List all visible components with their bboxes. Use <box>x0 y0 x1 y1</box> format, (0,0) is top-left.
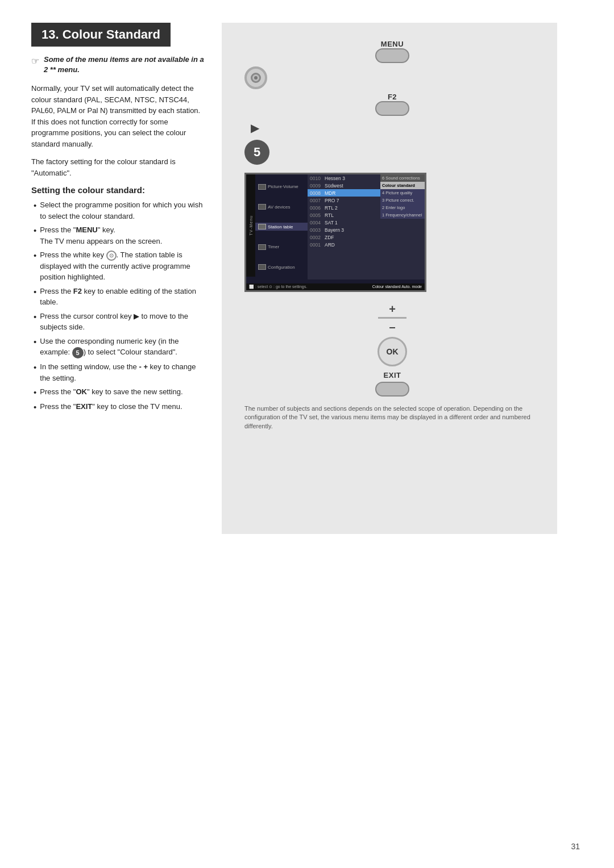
right-column: MENU F2 ▶ <box>222 23 557 534</box>
bullet-item-9: Press the "EXIT" key to close the TV men… <box>31 401 205 413</box>
bullet-item-5: Press the cursor control key ▶ to move t… <box>31 311 205 333</box>
bullet-item-7: In the setting window, use the - + key t… <box>31 361 205 383</box>
ch-0001: 0001ARD <box>308 241 380 248</box>
body-paragraph-2: The factory setting for the colour stand… <box>31 156 205 178</box>
tv-menu-vertical-label: TV-Menu <box>246 174 255 277</box>
bullet-text-5: Press the cursor control key ▶ to move t… <box>40 311 205 333</box>
ok-button[interactable]: OK <box>377 337 407 366</box>
bullet-item-8: Press the "OK" key to save the new setti… <box>31 386 205 398</box>
bullet-text-1: Select the programme position for which … <box>40 199 205 222</box>
bullet-item-3: Press the white key ⊙. The station table… <box>31 249 205 283</box>
tv-screenshot: ★★★ TV-Menu Picture·Volume <box>244 173 426 292</box>
f2-button[interactable] <box>375 101 409 116</box>
ch-0005: 0005RTL <box>308 211 380 219</box>
submenu-freq: 1 Frequency/channel <box>380 211 426 219</box>
note-icon: ☞ <box>31 56 39 66</box>
play-arrow-icon: ▶ <box>244 119 265 136</box>
ch-0003: 0003Bayern 3 <box>308 226 380 233</box>
section-number: 13 <box>42 27 55 41</box>
tv-screenshot-wrapper: ★★★ TV-Menu Picture·Volume <box>244 173 540 292</box>
target-circle-icon <box>244 66 267 89</box>
ch-0008: 0008MDR <box>308 189 380 197</box>
submenu-picture-c: 3 Picture correct. <box>380 197 426 204</box>
controls-row: + – OK EXIT <box>244 303 540 397</box>
exit-section: EXIT <box>375 371 409 397</box>
f2-label: F2 <box>388 93 397 101</box>
bullet-text-9: Press the "EXIT" key to close the TV men… <box>40 401 182 412</box>
tv-bottom-right: Colour standard Auto. mode <box>372 285 422 289</box>
tv-bottom-bar: ⬜ : select ⊙ : go to the settings. Colou… <box>246 283 425 290</box>
f2-button-row: F2 <box>375 93 409 116</box>
side-menu-av-devices: AV devices <box>255 203 308 211</box>
plus-label: + <box>389 303 396 315</box>
section-title: 13. Colour Standard <box>31 23 171 47</box>
ch-0002: 0002ZDF <box>308 233 380 241</box>
submenu-sound: 6 Sound corrections <box>380 174 426 182</box>
ch-0010: 0010Hessen 3 <box>308 174 380 182</box>
side-menu-picture-volume: Picture·Volume <box>255 183 308 191</box>
submenu-enter-logo: 2 Enter logo <box>380 204 426 211</box>
bullet-item-1: Select the programme position for which … <box>31 199 205 222</box>
channel-list-area: 0010Hessen 3 0009Südwest 0008MDR 0007PRO… <box>308 174 380 279</box>
page-number: 31 <box>571 842 580 851</box>
bullet-text-4: Press the F2 key to enable editing of th… <box>40 286 205 308</box>
ch-0006: 0006RTL 2 <box>308 204 380 211</box>
bullet-text-7: In the setting window, use the - + key t… <box>40 361 205 383</box>
bullet-list: Select the programme position for which … <box>31 199 205 413</box>
circle-num-row: 5 <box>244 140 269 165</box>
target-icon-row <box>244 66 267 89</box>
step-number-text: 5 <box>254 145 260 160</box>
main-layout: 13. Colour Standard ☞ Some of the menu i… <box>0 23 614 534</box>
side-menu-configuration: Configuration <box>255 263 308 271</box>
bullet-text-6: Use the corresponding numeric key (in th… <box>40 336 205 358</box>
side-menu-station-table: Station table <box>255 223 308 231</box>
plus-minus-section: + – <box>378 303 406 332</box>
ok-label: OK <box>387 347 399 356</box>
ch-0009: 0009Südwest <box>308 182 380 189</box>
submenu-colour: Colour standard <box>380 182 426 189</box>
separator-line <box>378 317 406 319</box>
submenu-picture-q: 4 Picture quality <box>380 189 426 197</box>
right-submenu-area: 6 Sound corrections Colour standard 4 Pi… <box>380 174 426 279</box>
exit-label: EXIT <box>384 371 401 379</box>
menu-button[interactable] <box>375 48 409 63</box>
section-title-text: Colour Standard <box>63 27 160 41</box>
play-button-row: ▶ <box>244 119 265 136</box>
bullet-item-6: Use the corresponding numeric key (in th… <box>31 336 205 358</box>
bullet-item-4: Press the F2 key to enable editing of th… <box>31 286 205 308</box>
side-menu-timer: Timer <box>255 243 308 251</box>
circle-5: 5 <box>72 347 84 358</box>
subsection-title: Setting the colour standard: <box>31 185 205 195</box>
side-menu-area: Picture·Volume AV devices Station table <box>255 174 308 279</box>
menu-button-row: MENU <box>375 40 409 63</box>
page: 13. Colour Standard ☞ Some of the menu i… <box>0 0 614 868</box>
bullet-text-3: Press the white key ⊙. The station table… <box>40 249 205 283</box>
note-text: Some of the menu items are not available… <box>44 55 205 75</box>
ch-0007: 0007PRO 7 <box>308 197 380 204</box>
step-number-circle: 5 <box>244 140 269 165</box>
white-key-icon: ⊙ <box>106 251 117 261</box>
note-box: ☞ Some of the menu items are not availab… <box>31 55 205 75</box>
exit-button[interactable] <box>375 382 409 397</box>
tv-bottom-left: ⬜ : select ⊙ : go to the settings. <box>249 285 307 289</box>
bullet-text-2: Press the "MENU" key.The TV menu appears… <box>40 224 162 247</box>
ch-0004: 0004SAT 1 <box>308 219 380 226</box>
right-col-inner: MENU F2 ▶ <box>244 40 540 431</box>
menu-label: MENU <box>381 40 404 48</box>
minus-label: – <box>389 321 395 332</box>
body-paragraph-1: Normally, your TV set will automatically… <box>31 83 205 149</box>
left-column: 13. Colour Standard ☞ Some of the menu i… <box>0 23 222 418</box>
bullet-item-2: Press the "MENU" key.The TV menu appears… <box>31 224 205 247</box>
bullet-text-8: Press the "OK" key to save the new setti… <box>40 386 182 398</box>
footnote: The number of subjects and sections depe… <box>244 404 540 431</box>
